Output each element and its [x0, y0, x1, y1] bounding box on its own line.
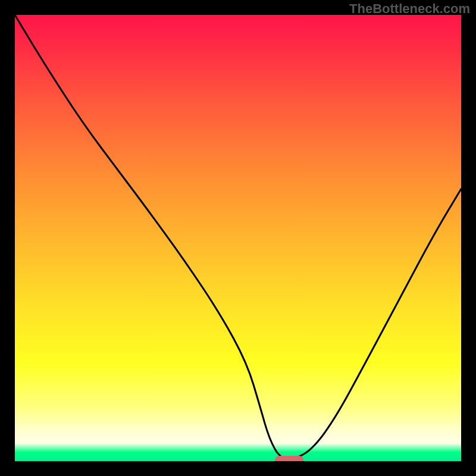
- optimal-marker: [275, 456, 303, 461]
- bottleneck-curve: [15, 15, 461, 461]
- chart-container: TheBottleneck.com: [0, 0, 476, 476]
- plot-area: [15, 15, 461, 461]
